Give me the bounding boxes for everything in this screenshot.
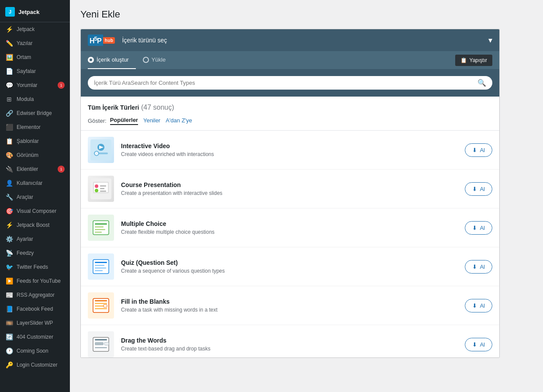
svg-rect-10 bbox=[100, 185, 106, 187]
sidebar: J Jetpack ⚡ Jetpack ✏️ Yazılar 🖼️ Ortam … bbox=[0, 0, 70, 392]
al-button-interactive-video[interactable]: ⬇ Al bbox=[465, 143, 492, 157]
gorunum-icon: 🎨 bbox=[5, 151, 13, 159]
items-list: Interactive Video Create videos enriched… bbox=[81, 131, 499, 357]
sidebar-item-yorumlar[interactable]: 💬 Yorumlar 1 bbox=[0, 78, 70, 92]
sidebar-item-jetpack-boost[interactable]: ⚡ Jetpack Boost bbox=[0, 218, 70, 232]
sidebar-item-jetpack[interactable]: ⚡ Jetpack bbox=[0, 22, 70, 36]
sidebar-item-sablonlar[interactable]: 📋 Şablonlar bbox=[0, 134, 70, 148]
h5p-logo-hub: hub bbox=[103, 37, 115, 44]
search-input[interactable] bbox=[94, 80, 474, 86]
badge-eklentiler: 1 bbox=[58, 166, 65, 173]
page-title: Yeni Ekle bbox=[80, 9, 533, 20]
sidebar-item-feeds-youtube[interactable]: ▶️ Feeds for YouTube bbox=[0, 274, 70, 288]
item-name-course-presentation: Course Presentation bbox=[121, 181, 458, 188]
sidebar-item-kullanicilar[interactable]: 👤 Kullanıcılar bbox=[0, 176, 70, 190]
sidebar-item-ayarlar[interactable]: ⚙️ Ayarlar bbox=[0, 232, 70, 246]
sidebar-item-yazilar[interactable]: ✏️ Yazılar bbox=[0, 36, 70, 50]
filter-popular[interactable]: Popülerler bbox=[110, 117, 138, 125]
sidebar-item-twitter-feeds[interactable]: 🐦 Twitter Feeds bbox=[0, 260, 70, 274]
sidebar-item-edwiser-bridge[interactable]: 🔗 Edwiser Bridge bbox=[0, 106, 70, 120]
jetpack-icon: J bbox=[5, 7, 15, 17]
svg-rect-37 bbox=[95, 347, 107, 348]
sidebar-label-twitter-feeds: Twitter Feeds bbox=[17, 264, 48, 270]
layerslider-icon: 🎞️ bbox=[5, 319, 13, 327]
item-name-fill-blanks: Fill in the Blanks bbox=[121, 298, 458, 305]
svg-rect-17 bbox=[95, 229, 105, 230]
filter-az[interactable]: A'dan Z'ye bbox=[166, 117, 192, 125]
sidebar-item-eklentiler[interactable]: 🔌 Eklentiler 1 bbox=[0, 162, 70, 176]
twitter-feeds-icon: 🐦 bbox=[5, 263, 13, 271]
sidebar-item-login-customizer[interactable]: 🔑 Login Customizer bbox=[0, 358, 70, 372]
sidebar-item-ortam[interactable]: 🖼️ Ortam bbox=[0, 50, 70, 64]
sidebar-item-facebook-feed[interactable]: 📘 Facebook Feed bbox=[0, 302, 70, 316]
404-customizer-icon: 🔄 bbox=[5, 333, 13, 341]
item-desc-course-presentation: Create a presentation with interactive s… bbox=[121, 190, 458, 196]
sidebar-item-coming-soon[interactable]: 🕐 Coming Soon bbox=[0, 344, 70, 358]
paste-icon: 📋 bbox=[460, 57, 467, 63]
svg-rect-11 bbox=[100, 188, 104, 189]
svg-rect-34 bbox=[95, 339, 107, 340]
content-area: Tüm İçerik Türleri (47 sonuç) Göster: Po… bbox=[81, 97, 499, 357]
sidebar-item-404-customizer[interactable]: 🔄 404 Customizer bbox=[0, 330, 70, 344]
filter-new[interactable]: Yeniler bbox=[143, 117, 160, 125]
sidebar-item-layerslider[interactable]: 🎞️ LayerSlider WP bbox=[0, 316, 70, 330]
al-label-quiz-question-set: Al bbox=[480, 264, 485, 270]
al-button-multiple-choice[interactable]: ⬇ Al bbox=[465, 221, 492, 235]
item-info-quiz-question-set: Quiz (Question Set) Create a sequence of… bbox=[121, 259, 458, 274]
sayfalar-icon: 📄 bbox=[5, 67, 13, 75]
al-button-course-presentation[interactable]: ⬇ Al bbox=[465, 182, 492, 196]
al-label-drag-words: Al bbox=[480, 341, 485, 348]
chevron-down-icon[interactable]: ▾ bbox=[488, 35, 492, 45]
item-name-quiz-question-set: Quiz (Question Set) bbox=[121, 259, 458, 266]
sidebar-label-edwiser-bridge: Edwiser Bridge bbox=[17, 110, 52, 116]
filter-row: Göster: Popülerler Yeniler A'dan Z'ye bbox=[81, 115, 499, 130]
feeds-youtube-icon: ▶️ bbox=[5, 277, 13, 285]
sidebar-item-rss-aggregator[interactable]: 📰 RSS Aggregator bbox=[0, 288, 70, 302]
sidebar-item-elementor[interactable]: ⬛ Elementor bbox=[0, 120, 70, 134]
sidebar-brand[interactable]: J Jetpack bbox=[0, 3, 70, 20]
sidebar-label-yorumlar: Yorumlar bbox=[17, 82, 38, 88]
download-icon-drag-words: ⬇ bbox=[472, 341, 477, 348]
download-icon-multiple-choice: ⬇ bbox=[472, 225, 477, 231]
svg-point-9 bbox=[95, 189, 98, 192]
sidebar-label-visual-composer: Visual Composer bbox=[17, 208, 56, 214]
sidebar-label-rss-aggregator: RSS Aggregator bbox=[17, 292, 55, 298]
item-desc-quiz-question-set: Create a sequence of various question ty… bbox=[121, 268, 458, 274]
sidebar-item-visual-composer[interactable]: 🎯 Visual Composer bbox=[0, 204, 70, 218]
sidebar-label-login-customizer: Login Customizer bbox=[17, 362, 57, 368]
al-button-quiz-question-set[interactable]: ⬇ Al bbox=[465, 260, 492, 274]
sidebar-nav: ⚡ Jetpack ✏️ Yazılar 🖼️ Ortam 📄 Sayfalar… bbox=[0, 22, 70, 372]
sidebar-item-sayfalar[interactable]: 📄 Sayfalar bbox=[0, 64, 70, 78]
tab-create[interactable]: İçerik oluştur bbox=[88, 51, 136, 69]
item-desc-multiple-choice: Create flexible multiple choice question… bbox=[121, 229, 458, 235]
login-customizer-icon: 🔑 bbox=[5, 361, 13, 369]
al-label-multiple-choice: Al bbox=[480, 225, 485, 231]
svg-rect-21 bbox=[95, 262, 107, 263]
item-thumbnail-multiple-choice bbox=[88, 215, 114, 241]
feedzy-icon: 📡 bbox=[5, 249, 13, 257]
item-name-drag-words: Drag the Words bbox=[121, 337, 458, 344]
h5p-logo: H5P hub bbox=[88, 35, 115, 46]
sidebar-item-feedzy[interactable]: 📡 Feedzy bbox=[0, 246, 70, 260]
download-icon-fill-blanks: ⬇ bbox=[472, 302, 477, 309]
al-label-fill-blanks: Al bbox=[480, 302, 485, 309]
tab-upload-label: Yükle bbox=[152, 56, 166, 63]
search-section: 🔍 bbox=[81, 69, 499, 97]
sidebar-label-jetpack-boost: Jetpack Boost bbox=[17, 222, 49, 228]
sidebar-label-modula: Modula bbox=[17, 96, 34, 102]
h5p-header-label: İçerik türünü seç bbox=[122, 37, 488, 44]
item-thumbnail-interactive-video bbox=[88, 137, 114, 163]
h5p-logo-text: H5P bbox=[88, 35, 103, 46]
svg-rect-31 bbox=[95, 308, 107, 309]
sidebar-item-araclar[interactable]: 🔧 Araçlar bbox=[0, 190, 70, 204]
al-button-fill-blanks[interactable]: ⬇ Al bbox=[465, 299, 492, 312]
sidebar-label-layerslider: LayerSlider WP bbox=[17, 320, 53, 326]
sidebar-label-gorunum: Görünüm bbox=[17, 152, 38, 158]
tab-upload[interactable]: Yükle bbox=[143, 51, 173, 69]
sidebar-item-gorunum[interactable]: 🎨 Görünüm bbox=[0, 148, 70, 162]
paste-button[interactable]: 📋 Yapıştır bbox=[455, 55, 492, 66]
al-button-drag-words[interactable]: ⬇ Al bbox=[465, 338, 492, 351]
facebook-feed-icon: 📘 bbox=[5, 305, 13, 313]
item-info-drag-words: Drag the Words Create text-based drag an… bbox=[121, 337, 458, 352]
sidebar-item-modula[interactable]: ⊞ Modula bbox=[0, 92, 70, 106]
